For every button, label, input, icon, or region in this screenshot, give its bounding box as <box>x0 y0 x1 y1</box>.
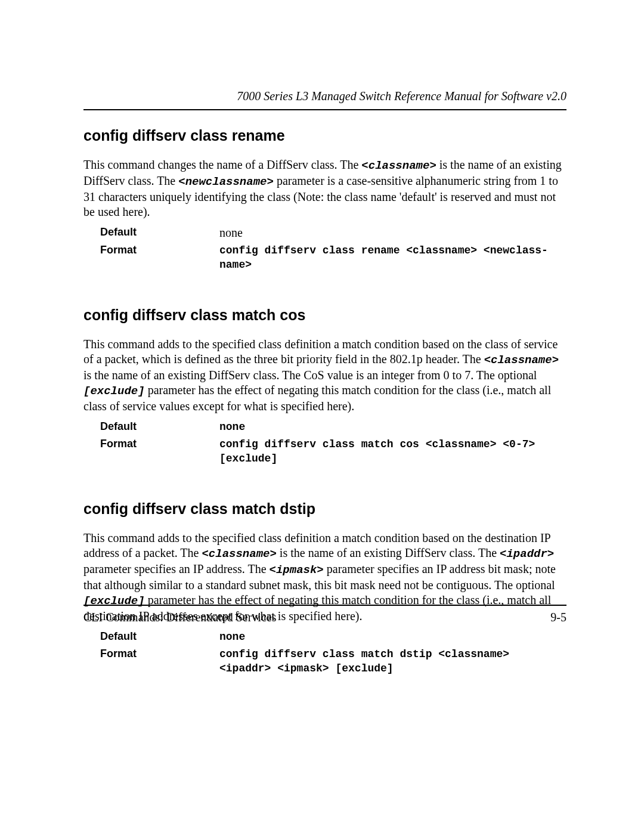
format-row: Format config diffserv class match cos <… <box>100 437 566 466</box>
definition-table: Default none Format config diffserv clas… <box>100 630 566 676</box>
header-rule <box>83 109 566 110</box>
section-paragraph: This command changes the name of a DiffS… <box>83 157 566 219</box>
inline-code: <classname> <box>484 354 559 367</box>
section-rename: config diffserv class rename This comman… <box>83 127 566 272</box>
default-label: Default <box>100 420 219 433</box>
default-value: none <box>219 420 566 434</box>
definition-table: Default none Format config diffserv clas… <box>100 225 566 272</box>
section-match-dstip: config diffserv class match dstip This c… <box>83 500 566 676</box>
default-value: none <box>219 225 566 240</box>
section-title: config diffserv class match dstip <box>83 500 566 518</box>
inline-code: <ipmask> <box>270 563 324 577</box>
footer-rule <box>83 605 566 606</box>
footer-right: 9-5 <box>550 611 566 624</box>
default-value: none <box>219 630 566 644</box>
section-title: config diffserv class rename <box>83 127 566 144</box>
default-label: Default <box>100 630 219 643</box>
format-label: Format <box>100 243 219 256</box>
section-title: config diffserv class match cos <box>83 306 566 324</box>
inline-code: <ipaddr> <box>500 547 554 561</box>
format-row: Format config diffserv class match dstip… <box>100 647 566 676</box>
section-paragraph: This command adds to the specified class… <box>83 337 566 414</box>
format-value: config diffserv class rename <classname>… <box>219 243 566 272</box>
inline-code: <newclassname> <box>178 175 274 188</box>
default-row: Default none <box>100 630 566 644</box>
format-label: Format <box>100 647 219 660</box>
running-header: 7000 Series L3 Managed Switch Reference … <box>83 89 566 109</box>
default-row: Default none <box>100 225 566 240</box>
default-row: Default none <box>100 420 566 434</box>
default-label: Default <box>100 225 219 239</box>
page-content: 7000 Series L3 Managed Switch Reference … <box>0 0 644 676</box>
footer-left: CLI Commands: Differentiated Services <box>83 611 276 624</box>
inline-code: [exclude] <box>83 385 145 398</box>
section-match-cos: config diffserv class match cos This com… <box>83 306 566 466</box>
format-row: Format config diffserv class rename <cla… <box>100 243 566 272</box>
page-footer: CLI Commands: Differentiated Services 9-… <box>83 605 566 624</box>
format-label: Format <box>100 437 219 450</box>
definition-table: Default none Format config diffserv clas… <box>100 420 566 466</box>
format-value: config diffserv class match dstip <class… <box>219 647 566 676</box>
inline-code: <classname> <box>202 547 276 561</box>
format-value: config diffserv class match cos <classna… <box>219 437 566 466</box>
inline-code: <classname> <box>361 159 436 172</box>
